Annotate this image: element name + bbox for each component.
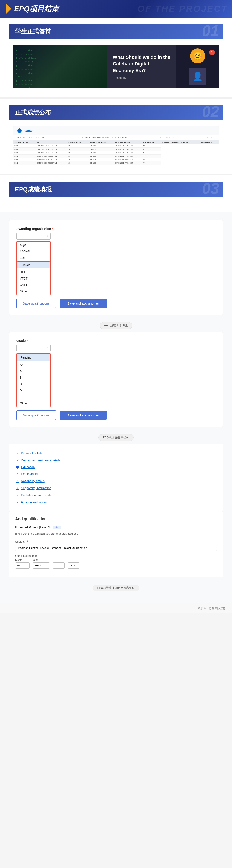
table-cell: A (142, 151, 161, 155)
save-and-add-button1[interactable]: Save and add another (60, 299, 107, 308)
form1-btn-row: Save qualifications Save and add another (16, 299, 216, 308)
chevron-down-icon: ▾ (47, 235, 48, 238)
table-cell: 20 (67, 148, 89, 151)
col-subject-title: SUBJECT NUMBER AND TITLE (161, 140, 200, 144)
section2-header: 正式成绩公布 02 (9, 105, 223, 120)
check-icon: ✓ (16, 458, 19, 462)
qual-level-value: Extended Project (Level 3) You (15, 526, 217, 529)
dropdown-item[interactable]: A* (17, 361, 50, 368)
qual-note: If you don't find a match you can manual… (15, 532, 217, 535)
grade-required: * (27, 339, 28, 342)
dropdown-item[interactable]: D (17, 387, 50, 394)
table-cell: PM1 (13, 158, 35, 161)
col-grademark2: GRADEMARK (200, 140, 219, 144)
sidebar-item[interactable]: ✓Personal details (16, 450, 216, 457)
qual-row-date: Qualification date * Month MM ▾010203040… (15, 554, 217, 569)
pearson-header: P Pearson (13, 126, 219, 135)
check-icon: ✓ (16, 500, 19, 504)
table-cell: EXTENDED PROJECT (114, 155, 142, 158)
org-dropdown-list: AQAASDANEDIEdexcelOCRVTCTWJECOther (16, 241, 51, 295)
person-thumbnail: 👤 (189, 68, 206, 85)
org-dropdown[interactable]: ▾ (16, 232, 51, 240)
table-cell: EP-168 (89, 161, 114, 165)
subject-input[interactable] (15, 545, 217, 551)
sidebar-item[interactable]: ✓Employment (16, 470, 216, 477)
video-center-panel: What Should we do in the Catch-up Digita… (107, 45, 176, 88)
dropdown-item[interactable]: ASDAN (17, 248, 50, 255)
footer-text: 公众号：恩客国际教育 (198, 607, 226, 610)
dropdown-item[interactable]: Pending (17, 354, 50, 361)
dropdown-item[interactable]: Other (17, 288, 50, 294)
dropdown-item[interactable]: EDI (17, 255, 50, 261)
form2-btn-row: Save qualifications Save and add another (16, 410, 216, 420)
dropdown-item[interactable]: VTCT (17, 275, 50, 282)
date-col-month-val: 01 (53, 561, 65, 569)
table-cell: PM1 (13, 155, 35, 158)
table-cell: A (142, 148, 161, 151)
pearson-date: 2020/01/01 09:01 (160, 136, 177, 139)
table-cell: PM1 (13, 148, 35, 151)
table-row: PM1EXTENDED PROJECT U120EP-168EXTENDED P… (13, 155, 219, 158)
save-qualifications-button[interactable]: Save qualifications (16, 299, 56, 308)
dropdown-item[interactable]: E (17, 394, 50, 400)
pearson-centre-label: CENTRE NAME: WASHINGTON INTERNATIONAL AR… (75, 136, 129, 139)
dropdown-item[interactable]: Edexcel (17, 261, 50, 268)
date-col-year: Year YYYY ▾20202021202220232024 (33, 559, 50, 569)
dropdown-item[interactable]: OCR (17, 269, 50, 275)
qual-date-label: Qualification date * (15, 554, 217, 557)
sidebar-item-label: Finance and funding (21, 501, 48, 504)
grade-chevron-icon: ▾ (47, 346, 48, 349)
dropdown-item[interactable]: B (17, 374, 50, 381)
video-code-panel: private staticclass schema{}private stat… (13, 45, 107, 88)
divider2 (0, 174, 232, 176)
section3-block: EPQ成绩填报 03 Awarding organisation * ▾ AQA… (0, 176, 232, 603)
save-and-add-button2[interactable]: Save and add another (60, 411, 107, 420)
grade-dropdown[interactable]: ▾ (16, 345, 51, 351)
month-select[interactable]: MM ▾010203040506070809101112 (15, 562, 30, 569)
grade-dropdown-list: PendingA*ABCDEOther (16, 353, 51, 407)
form1-caption-container: EPQ成绩填报-考生 (9, 319, 223, 332)
sidebar-item[interactable]: ✓Contact and residency details (16, 457, 216, 464)
sidebar-item[interactable]: ✓English language skills (16, 492, 216, 499)
section1-number: 01 (202, 24, 219, 39)
pearson-page: PAGE 1 (207, 136, 215, 139)
table-cell: A (142, 155, 161, 158)
dropdown-item[interactable]: A (17, 368, 50, 374)
sidebar-item[interactable]: ✓Nationality details (16, 477, 216, 485)
pearson-document: P Pearson PROJECT QUALIFICATION CENTRE N… (13, 126, 219, 165)
table-cell: 20 (67, 144, 89, 148)
table-cell: EP-168 (89, 148, 114, 151)
dropdown-item[interactable]: C (17, 381, 50, 387)
qual-col-level: Extended Project (Level 3) You (15, 526, 217, 529)
dropdown-item[interactable]: WJEC (17, 282, 50, 288)
form1-caption: EPQ成绩填报-考生 (100, 322, 132, 329)
section1-block: 学生正式答辩 01 private staticclass schema{}pr… (0, 18, 232, 97)
dropdown-item[interactable]: AQA (17, 242, 50, 248)
table-cell: PM1 (13, 161, 35, 165)
year-select[interactable]: YYYY ▾20202021202220232024 (33, 562, 50, 569)
section1-title: 学生正式答辩 (15, 28, 51, 36)
check-icon: ✓ (16, 493, 19, 497)
table-row: PM1EXTENDED PROJECT U120EP-168EXTENDED P… (13, 151, 219, 155)
pearson-title-row: PROJECT QUALIFICATION CENTRE NAME: WASHI… (13, 135, 219, 140)
table-cell: PM1 (13, 151, 35, 155)
qual-row-subject: Subject ↗ (15, 539, 217, 551)
table-cell: 20 (67, 158, 89, 161)
save-qualifications-button2[interactable]: Save qualifications (16, 410, 56, 420)
sidebar-item[interactable]: Education (16, 464, 216, 470)
sidebar-item[interactable]: ✓Finance and funding (16, 499, 216, 506)
add-qual-title: Add qualification (15, 517, 217, 521)
col-subject: SUBJECT NUMBER (114, 140, 142, 144)
dropdown-item[interactable]: Other (17, 400, 50, 407)
table-cell: EXTENDED PROJECT U1 (35, 144, 67, 148)
form2-caption-container: EPQ成绩填报-未出分 (9, 431, 223, 444)
sidebar-item[interactable]: ✓Supporting information (16, 485, 216, 492)
table-cell: EP-168 (89, 144, 114, 148)
sidebar-item-label: Contact and residency details (21, 459, 61, 462)
form2-card: Grade * ▾ PendingA*ABCDEOther Save quali… (9, 332, 223, 427)
table-cell: EXTENDED PROJECT U1 (35, 161, 67, 165)
sidebar-nav: ✓Personal details✓Contact and residency … (9, 444, 223, 511)
qual-row-level: Extended Project (Level 3) You (15, 526, 217, 529)
subject-label: Subject ↗ (15, 539, 217, 544)
form1-card: Awarding organisation * ▾ AQAASDANEDIEde… (9, 220, 223, 315)
